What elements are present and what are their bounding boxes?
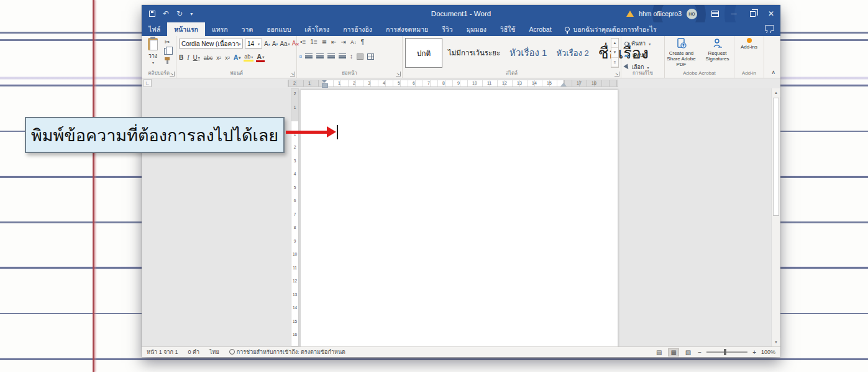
bold-icon[interactable]: B (179, 54, 183, 61)
clipboard-dialog-launcher[interactable]: ↘ (170, 72, 175, 77)
tab-design[interactable]: ออกแบบ (260, 22, 298, 36)
sort-icon[interactable]: A↓ (350, 39, 357, 45)
tab-help[interactable]: วิธีใช้ (493, 22, 523, 36)
tab-home[interactable]: หน้าแรก (167, 22, 205, 36)
scroll-down-icon[interactable]: ▼ (772, 338, 780, 346)
close-button[interactable]: ✕ (762, 5, 780, 22)
style-heading2[interactable]: หัวเรื่อง 2 (552, 38, 592, 68)
page-indicator[interactable]: หน้า 1 จาก 1 (147, 348, 178, 356)
font-dialog-launcher[interactable]: ↘ (290, 72, 295, 77)
borders-icon[interactable] (367, 53, 374, 60)
read-mode-button[interactable]: ▤ (654, 349, 664, 356)
line-spacing-icon[interactable]: ↕ (350, 53, 353, 60)
style-gallery-down-icon[interactable]: ▼ (611, 48, 618, 57)
replace-button[interactable]: ab แทนที่ (624, 51, 651, 60)
font-size-combo[interactable]: 14▾ (245, 39, 262, 49)
tab-references[interactable]: การอ้างอิง (336, 22, 379, 36)
create-share-pdf-button[interactable]: Create and Share Adobe PDF (665, 38, 698, 67)
highlight-color-icon[interactable]: ab▾ (244, 53, 253, 62)
collapse-ribbon-icon[interactable]: ∧ (771, 69, 775, 75)
restore-button[interactable] (743, 5, 762, 22)
account-name[interactable]: hhm ofiicepro3 (639, 10, 682, 17)
feedback-comment-icon[interactable] (765, 25, 774, 31)
style-gallery-more-icon[interactable]: ≡ (611, 58, 618, 67)
align-right-icon[interactable] (316, 53, 324, 60)
text-effects-icon[interactable]: A▾ (234, 54, 240, 61)
style-gallery-up-icon[interactable]: ▲ (611, 39, 618, 48)
tab-acrobat[interactable]: Acrobat (522, 22, 558, 36)
scrollbar-thumb[interactable] (773, 98, 779, 216)
tell-me-box[interactable]: บอกฉันว่าคุณต้องการทำอะไร (559, 22, 663, 36)
grow-font-icon[interactable]: A▴ (264, 40, 270, 47)
minimize-button[interactable]: — (724, 5, 743, 22)
tab-layout[interactable]: เค้าโครง (298, 22, 336, 36)
cut-icon[interactable]: ✂ (164, 39, 170, 45)
ribbon-display-options-button[interactable] (706, 5, 724, 22)
justify-icon[interactable] (327, 53, 335, 60)
increase-indent-icon[interactable]: ⇥ (341, 39, 346, 45)
numbering-icon[interactable]: 1≡ (310, 39, 317, 45)
decrease-indent-icon[interactable]: ⇤ (331, 39, 336, 45)
style-no-spacing[interactable]: ไม่มีการเว้นระยะ (444, 38, 504, 68)
italic-icon[interactable]: I (187, 54, 189, 61)
vertical-scrollbar[interactable]: ▲ ▼ (771, 88, 780, 346)
align-center-icon[interactable] (305, 53, 313, 60)
copy-icon[interactable] (164, 48, 170, 55)
request-signatures-button[interactable]: Request Signatures (701, 38, 734, 67)
align-left-button[interactable] (300, 56, 301, 57)
style-heading1[interactable]: หัวเรื่อง 1 (506, 38, 550, 68)
v-ruler-number: 2 (291, 145, 298, 149)
scroll-up-icon[interactable]: ▲ (772, 88, 780, 97)
superscript-icon[interactable]: x2 (225, 55, 230, 61)
style-normal[interactable]: ปกติ (405, 38, 442, 68)
styles-dialog-launcher[interactable]: ↘ (614, 72, 619, 77)
h-ruler-number: 6 (413, 81, 415, 85)
tab-file[interactable]: ไฟล์ (142, 22, 167, 36)
multilevel-list-icon[interactable]: ≣ (322, 39, 327, 45)
tab-review[interactable]: รีวิว (435, 22, 459, 36)
language-indicator[interactable]: ไทย (209, 348, 219, 356)
tab-insert[interactable]: แทรก (205, 22, 235, 36)
find-button[interactable]: ค้นหา▾ (624, 39, 651, 48)
left-indent-marker[interactable] (322, 80, 327, 88)
paste-button[interactable]: วาง ▾ (144, 38, 162, 69)
tab-mailings[interactable]: การส่งจดหมาย (379, 22, 435, 36)
clipboard-group: วาง ▾ ✂ คลิปบอร์ด ↘ (142, 36, 176, 78)
zoom-slider-thumb[interactable] (724, 349, 726, 355)
zoom-percentage[interactable]: 100% (761, 349, 775, 355)
zoom-in-button[interactable]: + (752, 349, 756, 356)
subscript-icon[interactable]: x2 (216, 55, 221, 61)
tab-stop-selector[interactable]: ∟ (144, 79, 152, 87)
tab-draw[interactable]: วาด (235, 22, 260, 36)
zoom-slider[interactable] (706, 351, 747, 353)
word-window: ↶ ↻ ▾ Document1 - Word hhm ofiicepro3 HO… (142, 5, 780, 357)
font-color-icon[interactable]: A▾ (257, 53, 264, 62)
underline-icon[interactable]: U▾ (193, 54, 200, 61)
show-paragraph-marks-icon[interactable]: ¶ (361, 39, 364, 45)
warning-icon[interactable] (626, 11, 634, 17)
font-name-combo[interactable]: Cordia New (เนื้อควา▾ (179, 39, 243, 49)
distribute-icon[interactable] (339, 53, 346, 60)
bullets-icon[interactable]: •≡ (300, 39, 306, 45)
red-arrow (286, 131, 327, 134)
shading-icon[interactable] (357, 53, 363, 60)
vertical-ruler[interactable]: 2112345678910111213141516 (291, 88, 299, 346)
accessibility-status[interactable]: การช่วยสำหรับการเข้าถึง: ตรงตามข้อกำหนด (229, 348, 345, 356)
paragraph-dialog-launcher[interactable]: ↘ (396, 72, 401, 77)
strikethrough-icon[interactable]: abc (204, 55, 213, 61)
format-painter-icon[interactable] (164, 57, 170, 64)
zoom-out-button[interactable]: − (698, 349, 701, 356)
print-layout-button[interactable]: ▦ (669, 349, 678, 356)
tab-view[interactable]: มุมมอง (460, 22, 493, 36)
addins-button[interactable]: Add-ins (736, 38, 763, 50)
document-page[interactable] (300, 90, 618, 346)
right-indent-marker[interactable] (560, 83, 567, 86)
web-layout-button[interactable]: ▧ (683, 349, 693, 356)
change-case-icon[interactable]: Aa▾ (280, 40, 290, 47)
acrobat-group-label: Adobe Acrobat (683, 70, 715, 76)
h-ruler-number: 8 (442, 81, 445, 85)
horizontal-ruler[interactable]: 211234567891011121314151718 (288, 80, 618, 87)
word-count[interactable]: 0 คำ (188, 348, 199, 356)
avatar[interactable]: HO (687, 9, 697, 19)
shrink-font-icon[interactable]: A▾ (272, 40, 278, 47)
